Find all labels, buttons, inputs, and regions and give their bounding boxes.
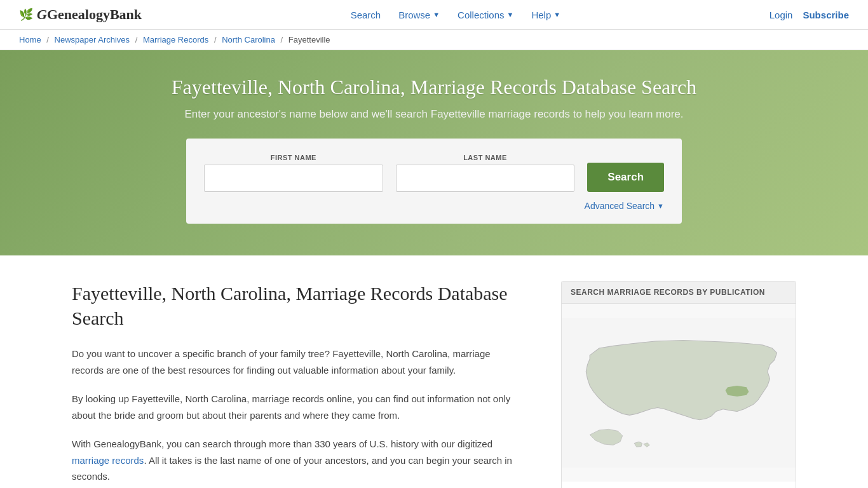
us-map-svg: [562, 304, 796, 482]
last-name-group: LAST NAME: [396, 154, 575, 192]
subscribe-link[interactable]: Subscribe: [803, 10, 849, 20]
hero-subtitle: Enter your ancestor's name below and we'…: [19, 108, 849, 121]
browse-chevron-icon: ▼: [433, 11, 440, 18]
logo[interactable]: 🌿 GGenealogyBank: [19, 6, 142, 23]
hero-section: Fayetteville, North Carolina, Marriage R…: [0, 50, 868, 255]
content-left: Fayetteville, North Carolina, Marriage R…: [72, 281, 561, 488]
breadcrumb-marriage-records[interactable]: Marriage Records: [143, 35, 208, 44]
last-name-label: LAST NAME: [396, 154, 575, 161]
breadcrumb-sep-3: /: [214, 35, 217, 44]
breadcrumb-sep-2: /: [135, 35, 138, 44]
collections-chevron-icon: ▼: [506, 11, 513, 18]
search-fields: FIRST NAME LAST NAME Search: [204, 154, 664, 192]
content-right: SEARCH MARRIAGE RECORDS BY PUBLICATION: [561, 281, 796, 488]
main-content: Fayetteville, North Carolina, Marriage R…: [53, 255, 815, 488]
breadcrumb-fayetteville: Fayetteville: [288, 35, 330, 44]
map-section: SEARCH MARRIAGE RECORDS BY PUBLICATION: [561, 281, 796, 488]
publication-dropdown: Titles in Fayetteville: [562, 482, 796, 488]
breadcrumb-sep-4: /: [281, 35, 283, 44]
first-name-input[interactable]: [204, 165, 383, 192]
nav-right: Login Subscribe: [770, 10, 849, 20]
nav-search[interactable]: Search: [351, 10, 381, 20]
breadcrumb-sep-1: /: [46, 35, 49, 44]
hero-title: Fayetteville, North Carolina, Marriage R…: [19, 76, 849, 99]
publication-search-header: SEARCH MARRIAGE RECORDS BY PUBLICATION: [562, 281, 796, 304]
marriage-records-link[interactable]: marriage records: [72, 455, 144, 466]
breadcrumb-newspaper-archives[interactable]: Newspaper Archives: [55, 35, 130, 44]
nav-collections[interactable]: Collections ▼: [458, 10, 513, 20]
nav-help[interactable]: Help ▼: [531, 10, 560, 20]
content-paragraph-3: With GenealogyBank, you can search throu…: [72, 436, 523, 485]
advanced-search-link[interactable]: Advanced Search ▼: [585, 201, 664, 211]
login-link[interactable]: Login: [770, 10, 793, 20]
first-name-group: FIRST NAME: [204, 154, 383, 192]
content-paragraph-2: By looking up Fayetteville, North Caroli…: [72, 391, 523, 423]
last-name-input[interactable]: [396, 165, 575, 192]
content-paragraph-1: Do you want to uncover a specific branch…: [72, 346, 523, 378]
nav-browse[interactable]: Browse ▼: [398, 10, 440, 20]
logo-text: GGenealogyBank: [37, 6, 142, 23]
main-nav: Search Browse ▼ Collections ▼ Help ▼: [351, 10, 560, 20]
help-chevron-icon: ▼: [553, 11, 560, 18]
search-form-box: FIRST NAME LAST NAME Search Advanced Sea…: [186, 139, 682, 224]
search-button[interactable]: Search: [587, 163, 664, 192]
breadcrumb-north-carolina[interactable]: North Carolina: [222, 35, 275, 44]
logo-leaf-icon: 🌿: [19, 8, 33, 22]
advanced-search-chevron-icon: ▼: [657, 202, 664, 210]
content-heading: Fayetteville, North Carolina, Marriage R…: [72, 281, 523, 330]
first-name-label: FIRST NAME: [204, 154, 383, 161]
us-map: [562, 304, 796, 482]
site-header: 🌿 GGenealogyBank Search Browse ▼ Collect…: [0, 0, 868, 30]
breadcrumb: Home / Newspaper Archives / Marriage Rec…: [0, 30, 868, 50]
breadcrumb-home[interactable]: Home: [19, 35, 41, 44]
